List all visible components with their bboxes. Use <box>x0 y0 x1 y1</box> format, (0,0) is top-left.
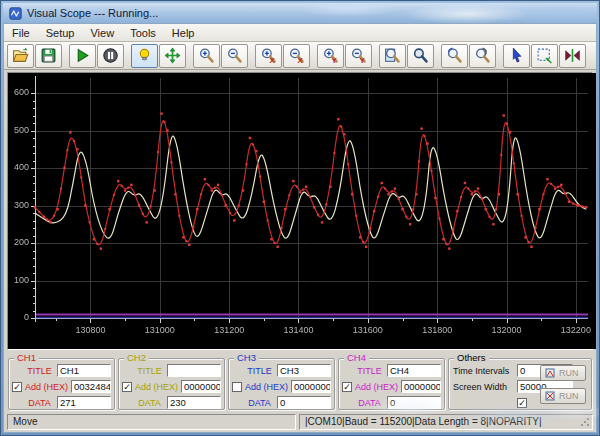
toolbar: XXYY <box>4 42 596 70</box>
ch2-add-checkbox[interactable]: ✓ <box>122 382 132 392</box>
ch4-title-input[interactable]: CH4 <box>387 364 441 377</box>
menu-item-tools[interactable]: Tools <box>122 25 164 41</box>
title-label: TITLE <box>25 366 54 376</box>
status-bar: Move |COM10|Baud = 115200|Data Length = … <box>4 412 596 432</box>
ch4-data-value: 0 <box>387 396 441 409</box>
toolbar-zoom-in-button[interactable] <box>193 44 220 68</box>
title-label: TITLE <box>355 366 384 376</box>
toolbar-zoom-y-in-button[interactable]: Y <box>317 44 344 68</box>
app-window: Visual Scope --- Running... FileSetupVie… <box>0 0 600 436</box>
menu-item-view[interactable]: View <box>82 25 122 41</box>
data-label: DATA <box>25 398 54 408</box>
run-icon <box>545 391 555 401</box>
run-icon <box>545 368 555 378</box>
toolbar-zoom-y-out-button[interactable]: Y <box>345 44 372 68</box>
ch1-data-value: 271 <box>57 396 111 409</box>
zoom-x-out-icon: X <box>288 47 305 64</box>
toolbar-cursors-button[interactable] <box>559 44 586 68</box>
window-title: Visual Scope --- Running... <box>27 7 158 19</box>
data-label: DATA <box>355 398 384 408</box>
toolbar-move-button[interactable] <box>159 44 186 68</box>
ch1-add-checkbox[interactable]: ✓ <box>12 382 22 392</box>
add-hex-label: Add (HEX) <box>25 382 68 392</box>
toolbar-select-button[interactable] <box>531 44 558 68</box>
add-hex-label: Add (HEX) <box>245 382 288 392</box>
toolbar-zoom-undo-button[interactable] <box>441 44 468 68</box>
save-icon <box>40 47 57 64</box>
data-label: DATA <box>245 398 274 408</box>
toolbar-pause-button[interactable] <box>97 44 124 68</box>
ch1-title-input[interactable]: CH1 <box>57 364 111 377</box>
others-group: Others Time Intervals0 Screen Width50000… <box>448 358 592 410</box>
toolbar-run-button[interactable] <box>69 44 96 68</box>
run-button-label: RUN <box>559 391 579 401</box>
zoom-reset-icon <box>412 47 429 64</box>
zoom-redo-icon <box>474 47 491 64</box>
zoom-y-in-icon: Y <box>322 47 339 64</box>
zoom-y-out-icon: Y <box>350 47 367 64</box>
others-legend: Others <box>454 353 489 363</box>
title-bar[interactable]: Visual Scope --- Running... <box>3 3 597 23</box>
svg-text:X: X <box>298 56 304 64</box>
ch3-add-input[interactable]: 00000000 <box>291 380 331 393</box>
toolbar-pointer-button[interactable] <box>503 44 530 68</box>
channel-group-ch1: CH1 TITLECH1 ✓Add (HEX)00324843 DATA271 <box>8 358 115 410</box>
select-icon <box>536 47 553 64</box>
toolbar-save-button[interactable] <box>35 44 62 68</box>
channel-group-ch2: CH2 TITLE ✓Add (HEX)00000000 DATA230 <box>118 358 225 410</box>
title-label: TITLE <box>245 366 274 376</box>
data-label: DATA <box>135 398 164 408</box>
toolbar-zoom-reset-button[interactable] <box>407 44 434 68</box>
channel-panels: CH1 TITLECH1 ✓Add (HEX)00324843 DATA271 … <box>4 350 596 412</box>
status-message: Move <box>7 414 296 430</box>
menu-item-setup[interactable]: Setup <box>38 25 83 41</box>
move-icon <box>164 47 181 64</box>
run-icon <box>74 47 91 64</box>
svg-text:X: X <box>270 56 276 64</box>
bulb-icon <box>136 47 153 64</box>
add-hex-label: Add (HEX) <box>135 382 178 392</box>
toolbar-zoom-x-out-button[interactable]: X <box>283 44 310 68</box>
scope-plot-frame <box>7 72 593 350</box>
ch2-add-input[interactable]: 00000000 <box>181 380 221 393</box>
zoom-out-icon <box>226 47 243 64</box>
zoom-in-icon <box>198 47 215 64</box>
channel-legend: CH2 <box>124 353 149 363</box>
toolbar-zoom-x-in-button[interactable]: X <box>255 44 282 68</box>
menu-item-help[interactable]: Help <box>164 25 203 41</box>
ch2-title-input[interactable] <box>167 364 221 377</box>
zoom-x-in-icon: X <box>260 47 277 64</box>
toolbar-zoom-window-button[interactable] <box>379 44 406 68</box>
run-button-2[interactable]: RUN <box>540 388 586 404</box>
svg-text:Y: Y <box>360 56 366 64</box>
cursors-icon <box>564 47 581 64</box>
channel-legend: CH1 <box>14 353 39 363</box>
channel-legend: CH3 <box>234 353 259 363</box>
open-icon <box>12 47 29 64</box>
ch3-data-value: 0 <box>277 396 331 409</box>
scope-plot[interactable] <box>8 73 596 349</box>
app-icon <box>9 7 22 20</box>
ch4-add-checkbox[interactable]: ✓ <box>342 382 352 392</box>
others-checkbox[interactable]: ✓ <box>517 398 527 408</box>
ch3-title-input[interactable]: CH3 <box>277 364 331 377</box>
screen-width-label: Screen Width <box>453 382 513 392</box>
ch2-data-value: 230 <box>167 396 221 409</box>
ch3-add-checkbox[interactable] <box>232 382 242 392</box>
toolbar-zoom-redo-button[interactable] <box>469 44 496 68</box>
toolbar-zoom-out-button[interactable] <box>221 44 248 68</box>
ch4-add-input[interactable]: 00000000 <box>401 380 441 393</box>
menu-item-file[interactable]: File <box>4 25 38 41</box>
toolbar-open-button[interactable] <box>7 44 34 68</box>
ch1-add-input[interactable]: 00324843 <box>71 380 111 393</box>
zoom-undo-icon <box>446 47 463 64</box>
menu-bar: FileSetupViewToolsHelp <box>4 24 596 42</box>
title-label: TITLE <box>135 366 164 376</box>
status-connection: |COM10|Baud = 115200|Data Length = 8|NOP… <box>299 414 593 430</box>
run-button-1[interactable]: RUN <box>540 365 586 381</box>
resize-grip[interactable] <box>579 416 591 428</box>
pointer-icon <box>508 47 525 64</box>
pause-icon <box>102 47 119 64</box>
zoom-window-icon <box>384 47 401 64</box>
toolbar-bulb-button[interactable] <box>131 44 158 68</box>
